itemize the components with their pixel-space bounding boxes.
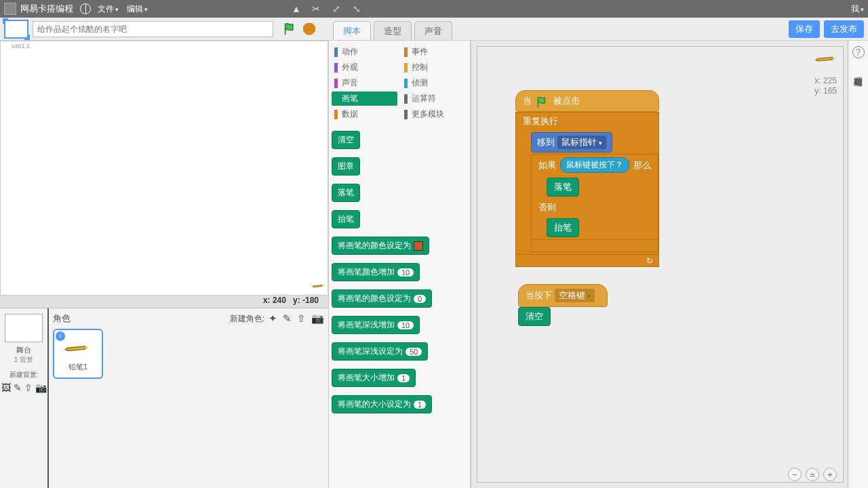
language-icon[interactable] <box>80 3 91 14</box>
backdrop-paint-icon[interactable]: ✎ <box>14 382 22 393</box>
block-goto-mouse[interactable]: 移到鼠标指针 <box>531 132 612 152</box>
cat-looks[interactable]: 外观 <box>332 60 397 75</box>
new-backdrop-label: 新建背景: <box>0 370 47 380</box>
version-label: v461.1 <box>12 43 30 49</box>
main-area: v461.1 x: 240 y: -180 舞台 1 背景 新建背景: 🖼 ✎ … <box>0 41 868 488</box>
shrink-tool-icon[interactable]: ⤡ <box>353 3 363 14</box>
block-forever[interactable]: 重复执行 移到鼠标指针 如果鼠标键被按下？那么 落笔 否则 抬笔 ↻ <box>515 112 659 267</box>
cat-data[interactable]: 数据 <box>332 107 397 121</box>
zoom-in-icon[interactable]: + <box>823 468 837 481</box>
block-setcolornum[interactable]: 将画笔的颜色设定为0 <box>332 289 432 308</box>
stage-canvas[interactable]: v461.1 <box>0 41 328 296</box>
cat-sensing[interactable]: 侦测 <box>401 76 467 90</box>
block-mousedown[interactable]: 鼠标键被按下？ <box>560 157 629 173</box>
tab-costumes[interactable]: 造型 <box>374 21 412 40</box>
app-brand: 网易卡搭编程 <box>20 3 73 15</box>
file-menu[interactable]: 文件 <box>98 3 119 15</box>
cut-tool-icon[interactable]: ✂ <box>312 3 323 14</box>
stage-coordinates: x: 240 y: -180 <box>0 296 328 308</box>
sprite-library-icon[interactable]: ✦ <box>269 312 277 325</box>
stage-selector[interactable]: 舞台 1 背景 新建背景: 🖼 ✎ ⇧ 📷 <box>0 308 49 488</box>
stop-icon[interactable] <box>303 23 315 35</box>
script-coordinates: x: 225 y: 165 <box>814 76 837 96</box>
zoom-out-icon[interactable]: − <box>788 468 802 481</box>
cat-motion[interactable]: 动作 <box>332 45 397 59</box>
green-flag-icon[interactable] <box>283 22 298 37</box>
block-when-key[interactable]: 当按下空格键 <box>518 284 608 307</box>
block-changesize[interactable]: 将画笔大小增加1 <box>332 369 416 387</box>
help-icon[interactable]: ? <box>852 46 865 58</box>
project-name-input[interactable] <box>33 21 273 37</box>
sprite-info-icon[interactable]: i <box>56 331 65 341</box>
block-setsize[interactable]: 将画笔的大小设定为1 <box>332 395 432 413</box>
coord-x-label: x: <box>263 296 271 305</box>
editor-tabs: 脚本 造型 声音 <box>333 21 455 40</box>
block-changeshade[interactable]: 将画笔深浅增加10 <box>332 316 420 334</box>
cursor-pencil-icon <box>313 280 325 292</box>
green-flag-icon <box>536 96 549 106</box>
help-sidebar[interactable]: ? 帮助与教程 <box>848 41 868 488</box>
zoom-reset-icon[interactable]: = <box>806 468 819 481</box>
new-sprite-label: 新建角色: <box>230 313 264 325</box>
edit-menu[interactable]: 编辑 <box>127 3 148 15</box>
toolbar-center: ▲ ✂ ⤢ ⤡ <box>292 3 363 14</box>
block-changecolor[interactable]: 将画笔颜色增加10 <box>332 263 420 281</box>
sprite-camera-icon[interactable]: 📷 <box>311 312 324 325</box>
zoom-controls: − = + <box>788 468 837 481</box>
sprites-panel: 舞台 1 背景 新建背景: 🖼 ✎ ⇧ 📷 角色 新建角色: ✦ ✎ <box>0 308 328 488</box>
project-header: 脚本 造型 声音 保存 去发布 <box>0 18 868 41</box>
save-button[interactable]: 保存 <box>789 20 820 38</box>
grow-tool-icon[interactable]: ⤢ <box>332 3 343 14</box>
block-pendown-s[interactable]: 落笔 <box>547 178 579 197</box>
loop-arrow-icon: ↻ <box>646 256 653 266</box>
script-canvas[interactable]: 当 被点击 重复执行 移到鼠标指针 如果鼠标键被按下？那么 落笔 否则 抬笔 <box>477 46 844 483</box>
block-clear[interactable]: 清空 <box>332 131 360 149</box>
app-logo-icon <box>4 3 16 15</box>
block-when-flag[interactable]: 当 被点击 <box>515 90 659 112</box>
sprite-upload-icon[interactable]: ⇧ <box>297 312 306 325</box>
coord-x-value: 240 <box>273 296 286 305</box>
sprites-list: 角色 新建角色: ✦ ✎ ⇧ 📷 i 铅笔1 <box>49 308 328 488</box>
cat-control[interactable]: 控制 <box>401 60 467 75</box>
coord-y-value: -180 <box>302 296 319 305</box>
stage-fullscreen-icon[interactable] <box>4 20 28 39</box>
block-if-else[interactable]: 如果鼠标键被按下？那么 落笔 否则 抬笔 <box>531 154 658 252</box>
block-palette: 动作 事件 外观 控制 声音 侦测 画笔 运算符 数据 更多模块 清空 图章 落… <box>328 41 471 488</box>
block-penup-s[interactable]: 抬笔 <box>547 218 579 237</box>
script-stack-key[interactable]: 当按下空格键 清空 <box>518 284 608 326</box>
block-pendown[interactable]: 落笔 <box>332 184 360 202</box>
script-area: 当 被点击 重复执行 移到鼠标指针 如果鼠标键被按下？那么 落笔 否则 抬笔 <box>471 41 868 488</box>
block-penup[interactable]: 抬笔 <box>332 210 360 228</box>
coord-y-label: y: <box>293 296 300 305</box>
top-menu-bar: 网易卡搭编程 文件 编辑 ▲ ✂ ⤢ ⤡ 我 <box>0 0 868 18</box>
sprites-title: 角色 <box>53 312 71 325</box>
stamp-tool-icon[interactable]: ▲ <box>292 3 302 14</box>
publish-button[interactable]: 去发布 <box>824 20 864 38</box>
tab-scripts[interactable]: 脚本 <box>333 21 371 40</box>
block-setcolor[interactable]: 将画笔的颜色设定为 <box>332 237 429 255</box>
color-swatch-icon <box>414 241 423 251</box>
backdrop-library-icon[interactable]: 🖼 <box>1 382 11 393</box>
cat-events[interactable]: 事件 <box>401 45 467 59</box>
stage-thumbnail[interactable] <box>5 314 43 342</box>
category-grid: 动作 事件 外观 控制 声音 侦测 画笔 运算符 数据 更多模块 <box>332 45 467 121</box>
cat-more[interactable]: 更多模块 <box>401 107 467 121</box>
cat-pen[interactable]: 画笔 <box>332 92 397 106</box>
cat-sound[interactable]: 声音 <box>332 76 397 90</box>
block-stamp[interactable]: 图章 <box>332 157 360 176</box>
cat-operators[interactable]: 运算符 <box>401 92 467 106</box>
backdrop-upload-icon[interactable]: ⇧ <box>24 382 33 393</box>
block-setshade[interactable]: 将画笔深浅设定为50 <box>332 342 428 361</box>
sprite-thumbnail[interactable]: i 铅笔1 <box>53 329 103 379</box>
stage-label: 舞台 <box>0 345 47 355</box>
backdrop-camera-icon[interactable]: 📷 <box>35 382 47 393</box>
script-stack-main[interactable]: 当 被点击 重复执行 移到鼠标指针 如果鼠标键被按下？那么 落笔 否则 抬笔 <box>515 90 659 267</box>
account-menu[interactable]: 我 <box>851 3 864 15</box>
left-column: v461.1 x: 240 y: -180 舞台 1 背景 新建背景: 🖼 ✎ … <box>0 41 328 488</box>
sprite-paint-icon[interactable]: ✎ <box>283 312 292 325</box>
sprite-preview-icon <box>816 49 837 69</box>
tab-sounds[interactable]: 声音 <box>414 21 452 40</box>
backdrop-count: 1 背景 <box>0 355 47 365</box>
block-clear-s[interactable]: 清空 <box>518 307 551 326</box>
